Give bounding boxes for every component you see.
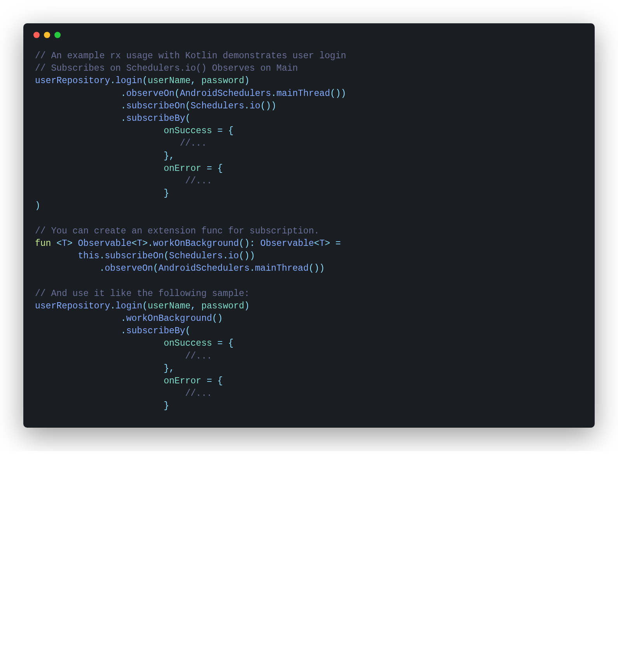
code-token-comment: // And use it like the following sample: <box>35 289 250 299</box>
code-token-punct: ()) <box>330 89 346 99</box>
code-token-plain <box>201 376 207 386</box>
code-token-plain <box>196 301 201 311</box>
code-line: // You can create an extension func for … <box>35 225 583 237</box>
code-token-punct: ( <box>142 301 148 311</box>
code-line: //... <box>35 350 583 362</box>
code-line: this.subscribeOn(Schedulers.io()) <box>35 250 583 262</box>
code-line: // An example rx usage with Kotlin demon… <box>35 50 583 62</box>
code-line: onSuccess = { <box>35 125 583 137</box>
code-token-ident: login <box>115 301 142 311</box>
code-token-plain <box>35 326 121 336</box>
code-token-punct: . <box>100 263 105 273</box>
code-token-ident: workOnBackground <box>126 313 212 324</box>
code-token-punct: . <box>244 101 250 111</box>
code-token-plain <box>35 376 164 386</box>
code-token-plain <box>212 164 218 174</box>
code-token-ident: workOnBackground <box>153 239 239 249</box>
code-token-punct: < <box>132 239 137 249</box>
code-token-punct: . <box>121 113 126 124</box>
code-token-punct: } <box>164 401 169 411</box>
code-token-ident: io <box>250 101 260 111</box>
code-line: userRepository.login(userName, password) <box>35 300 583 312</box>
code-line: .observeOn(AndroidSchedulers.mainThread(… <box>35 87 583 100</box>
code-line: //... <box>35 137 583 150</box>
code-line: }, <box>35 150 583 162</box>
code-token-plain <box>201 164 207 174</box>
code-line: onError = { <box>35 162 583 175</box>
code-token-ident: userRepository <box>35 301 110 311</box>
code-token-punct: = <box>217 126 223 136</box>
code-token-punct: . <box>271 89 276 99</box>
code-token-punct: ( <box>164 251 169 261</box>
code-token-punct: . <box>121 89 126 99</box>
code-token-plain <box>196 76 201 86</box>
code-token-ident: observeOn <box>105 263 153 273</box>
code-token-plain <box>51 239 56 249</box>
code-token-ident: Schedulers <box>190 101 244 111</box>
code-token-plain <box>223 338 228 348</box>
code-line: .workOnBackground() <box>35 312 583 325</box>
code-token-punct: = <box>207 164 212 174</box>
code-line: ) <box>35 200 583 212</box>
code-token-punct: { <box>228 126 234 136</box>
code-token-ident: T <box>62 239 67 249</box>
code-token-ident: T <box>137 239 142 249</box>
code-token-comment: // Subscribes on Schedulers.io() Observe… <box>35 63 298 73</box>
code-token-punct: }, <box>164 151 175 161</box>
code-token-plain <box>35 89 121 99</box>
code-token-punct: ( <box>185 326 190 336</box>
code-token-punct: ( <box>185 101 190 111</box>
code-token-ident: Observable <box>78 239 131 249</box>
code-token-ident: Schedulers <box>169 251 223 261</box>
close-icon[interactable] <box>33 32 40 38</box>
code-window: // An example rx usage with Kotlin demon… <box>23 23 595 428</box>
minimize-icon[interactable] <box>44 32 50 38</box>
code-line <box>35 275 583 287</box>
code-token-plain <box>223 126 228 136</box>
code-token-plain <box>330 239 335 249</box>
code-token-punct: . <box>110 301 115 311</box>
code-line: // Subscribes on Schedulers.io() Observe… <box>35 62 583 75</box>
code-token-punct: > <box>67 239 73 249</box>
code-token-ident: AndroidSchedulers <box>159 263 250 273</box>
code-token-comment: //... <box>185 176 212 186</box>
window-titlebar <box>23 23 595 42</box>
code-token-punct: ()) <box>239 251 255 261</box>
code-token-plain <box>212 338 218 348</box>
code-token-plain <box>255 239 260 249</box>
code-token-punct: . <box>223 251 228 261</box>
code-token-plain <box>35 188 164 198</box>
code-token-plain <box>35 313 121 324</box>
code-token-punct: ) <box>35 201 40 211</box>
code-line: //... <box>35 387 583 400</box>
code-token-punct: < <box>314 239 319 249</box>
code-token-punct: >. <box>142 239 153 249</box>
code-token-punct: . <box>121 101 126 111</box>
code-token-ident: this <box>78 251 99 261</box>
code-token-comment: //... <box>185 388 212 399</box>
code-token-comment: // An example rx usage with Kotlin demon… <box>35 51 346 61</box>
code-token-punct: () <box>212 313 223 324</box>
code-editor[interactable]: // An example rx usage with Kotlin demon… <box>23 42 595 428</box>
code-line <box>35 212 583 225</box>
code-line: onSuccess = { <box>35 337 583 350</box>
code-token-plain <box>35 401 164 411</box>
code-token-punct: > <box>325 239 330 249</box>
code-token-punct: = <box>335 239 341 249</box>
code-token-ident: observeOn <box>126 89 175 99</box>
code-token-param: onSuccess <box>164 126 212 136</box>
maximize-icon[interactable] <box>54 32 61 38</box>
code-token-punct: { <box>217 376 223 386</box>
code-line: } <box>35 400 583 412</box>
code-token-plain <box>35 101 121 111</box>
code-token-param: password <box>201 76 244 86</box>
code-token-plain <box>212 376 218 386</box>
code-token-punct: (): <box>239 239 255 249</box>
code-line: fun <T> Observable<T>.workOnBackground()… <box>35 237 583 250</box>
code-token-punct: ( <box>142 76 148 86</box>
code-line: .observeOn(AndroidSchedulers.mainThread(… <box>35 262 583 275</box>
code-token-punct: ()) <box>309 263 325 273</box>
code-token-punct: ( <box>185 113 190 124</box>
code-token-punct: ) <box>244 301 250 311</box>
code-token-plain <box>35 364 164 374</box>
